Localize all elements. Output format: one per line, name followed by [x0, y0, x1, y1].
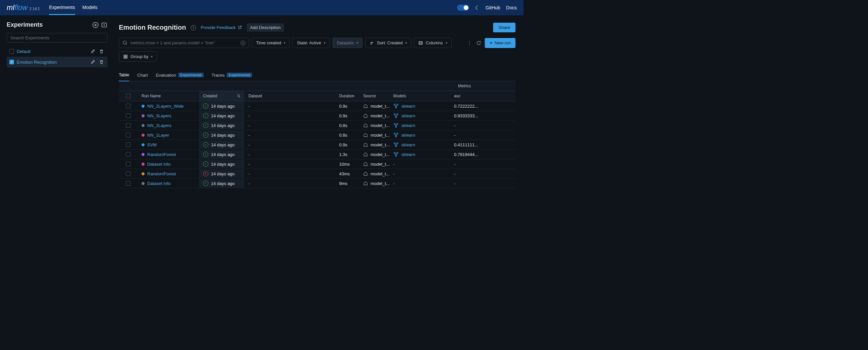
row-checkbox[interactable]	[126, 152, 130, 157]
runs-table: Metrics Run Name Created⇅ Dataset Durati…	[119, 81, 516, 188]
row-checkbox[interactable]	[126, 104, 130, 108]
model-link[interactable]: sklearn	[401, 142, 415, 147]
columns-filter[interactable]: Columns▾	[414, 38, 452, 48]
col-duration[interactable]: Duration	[335, 91, 359, 101]
sidebar-item-emotion-recognition[interactable]: ✓ Emotion Recognition	[7, 57, 107, 67]
svg-point-15	[395, 107, 397, 108]
run-name-link[interactable]: NN_2Layers	[147, 123, 171, 128]
refresh-icon[interactable]	[475, 40, 482, 46]
model-link[interactable]: sklearn	[401, 104, 415, 109]
github-link[interactable]: GitHub	[486, 5, 500, 10]
topbar: ml flow 2.14.2 Experiments Models ☾ GitH…	[0, 0, 524, 15]
model-link[interactable]: sklearn	[401, 113, 415, 118]
run-name-link[interactable]: RandomForest	[147, 152, 176, 157]
row-checkbox[interactable]	[126, 181, 130, 186]
feedback-link[interactable]: Provide Feedback	[200, 25, 242, 30]
svg-line-32	[396, 134, 397, 136]
table-row[interactable]: NN_3Layers✓14 days ago-0.9smodel_t...skl…	[119, 111, 516, 121]
add-description-button[interactable]: Add Description	[247, 23, 284, 32]
col-models[interactable]: Models	[389, 91, 450, 101]
table-row[interactable]: RandomForest✕14 days ago-43msmodel_t...-…	[119, 169, 516, 179]
created-text: 14 days ago	[211, 152, 235, 157]
run-name-link[interactable]: NN_1Layer	[147, 133, 169, 138]
tab-evaluation[interactable]: EvaluationExperimental	[156, 69, 204, 81]
logo[interactable]: ml flow 2.14.2	[7, 3, 40, 12]
state-filter[interactable]: State: Active▾	[292, 38, 330, 48]
time-filter[interactable]: Time created▾	[252, 38, 290, 48]
info-icon[interactable]: i	[191, 25, 196, 30]
checkbox[interactable]: ✓	[9, 60, 14, 64]
filter-query[interactable]: i	[119, 38, 249, 48]
svg-point-40	[395, 155, 397, 156]
sort-icon	[370, 41, 374, 45]
row-checkbox[interactable]	[126, 113, 130, 118]
datasets-filter[interactable]: Datasets▾	[333, 38, 363, 48]
row-checkbox[interactable]	[126, 142, 130, 147]
sort-filter[interactable]: Sort: Created▾	[365, 38, 411, 48]
tab-table[interactable]: Table	[119, 69, 129, 81]
nav-models[interactable]: Models	[83, 1, 97, 15]
table-row[interactable]: NN_1Layer✓14 days ago-0.8smodel_t...skle…	[119, 130, 516, 140]
col-dataset[interactable]: Dataset	[244, 91, 335, 101]
edit-icon[interactable]	[90, 48, 96, 55]
run-name-link[interactable]: RandomForest	[147, 171, 176, 176]
tab-traces[interactable]: TracesExperimental	[212, 69, 252, 81]
run-name-link[interactable]: SVM	[147, 142, 157, 147]
filter-input[interactable]	[130, 40, 241, 45]
row-checkbox[interactable]	[126, 162, 130, 166]
dataset-text: -	[248, 162, 250, 167]
docs-link[interactable]: Docs	[506, 5, 517, 10]
table-header: Run Name Created⇅ Dataset Duration Sourc…	[119, 91, 516, 101]
model-link[interactable]: sklearn	[401, 152, 415, 157]
model-link[interactable]: sklearn	[401, 123, 415, 128]
table-row[interactable]: Dataset Info✓14 days ago-9msmodel_t...--	[119, 179, 516, 188]
checkbox[interactable]	[9, 49, 14, 54]
tab-chart[interactable]: Chart	[137, 69, 148, 81]
col-auc[interactable]: auc	[450, 91, 480, 101]
table-row[interactable]: NN_2Layers_Wide✓14 days ago-0.9smodel_t.…	[119, 101, 516, 111]
row-checkbox[interactable]	[126, 123, 130, 128]
chevron-down-icon: ▾	[446, 41, 447, 45]
col-run-name[interactable]: Run Name	[137, 91, 199, 101]
share-button[interactable]: Share	[493, 23, 516, 32]
theme-toggle[interactable]	[457, 5, 469, 11]
delete-icon[interactable]	[98, 59, 105, 65]
kebab-icon[interactable]: ⋮	[466, 40, 473, 46]
row-checkbox[interactable]	[126, 133, 130, 137]
table-row[interactable]: SVM✓14 days ago-0.9smodel_t...sklearn0.4…	[119, 140, 516, 150]
experiment-link[interactable]: Emotion Recognition	[17, 60, 87, 65]
row-checkbox[interactable]	[126, 171, 130, 176]
experiment-link[interactable]: Default	[17, 49, 87, 54]
groupby-filter[interactable]: Group by▾	[119, 51, 157, 62]
logo-version: 2.14.2	[29, 7, 40, 11]
model-link[interactable]: sklearn	[401, 133, 415, 138]
delete-icon[interactable]	[98, 48, 105, 55]
model-icon	[393, 113, 399, 118]
search-experiments[interactable]	[7, 33, 107, 43]
run-name-link[interactable]: NN_2Layers_Wide	[147, 104, 184, 109]
dataset-text: -	[248, 181, 250, 186]
table-row[interactable]: RandomForest✓14 days ago-1.3smodel_t...s…	[119, 150, 516, 159]
search-input[interactable]	[10, 35, 104, 40]
run-name-link[interactable]: NN_3Layers	[147, 113, 171, 118]
collapse-sidebar-icon[interactable]	[101, 22, 107, 28]
edit-icon[interactable]	[90, 59, 96, 65]
add-experiment-icon[interactable]	[92, 22, 99, 28]
table-row[interactable]: Dataset Info✓14 days ago-10msmodel_t...-…	[119, 159, 516, 169]
col-created[interactable]: Created⇅	[199, 91, 244, 101]
run-name-link[interactable]: Dataset Info	[147, 162, 170, 167]
table-row[interactable]: NN_2Layers✓14 days ago-0.8smodel_t...skl…	[119, 121, 516, 130]
col-source[interactable]: Source	[359, 91, 389, 101]
svg-rect-10	[126, 55, 127, 56]
svg-line-17	[396, 105, 397, 107]
table-section-header: Metrics	[119, 81, 516, 91]
model-icon	[393, 142, 399, 147]
svg-line-42	[396, 153, 397, 155]
page-header: Emotion Recognition i Provide Feedback A…	[119, 23, 516, 32]
run-name-link[interactable]: Dataset Info	[147, 181, 170, 186]
sidebar-item-default[interactable]: Default	[7, 46, 107, 57]
new-run-button[interactable]: +New run	[485, 38, 516, 48]
nav-experiments[interactable]: Experiments	[49, 1, 75, 15]
info-icon[interactable]: i	[241, 41, 245, 45]
select-all-checkbox[interactable]	[126, 94, 130, 98]
